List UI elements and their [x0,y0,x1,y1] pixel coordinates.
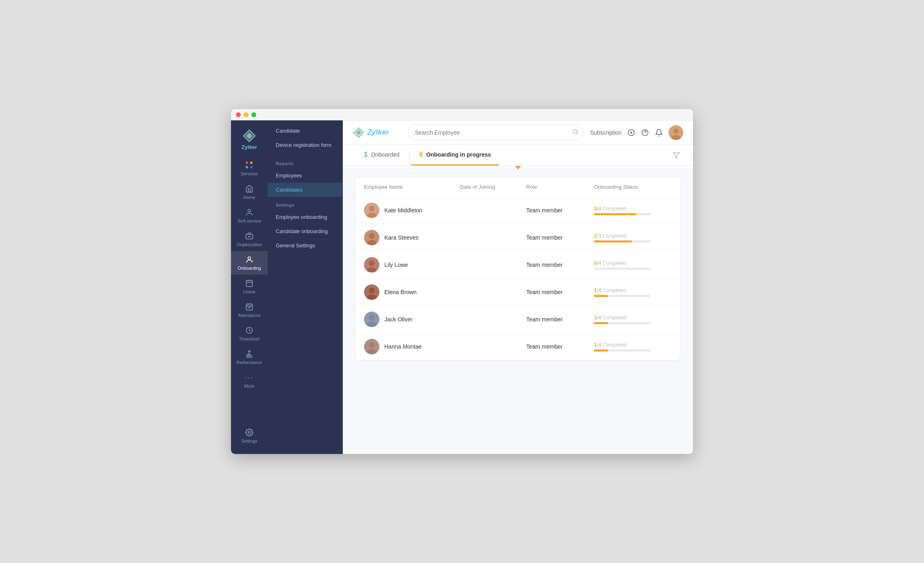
titlebar [231,109,693,120]
sidebar-item-settings[interactable]: Settings [231,424,268,447]
sidebar-item-leave[interactable]: Leave [231,275,268,298]
sidebar-item-attendance[interactable]: Attendance [231,298,268,322]
sidebar-item-performance[interactable]: Performance [231,345,268,369]
notification-btn[interactable] [655,129,663,137]
svg-point-19 [248,432,251,434]
sub-sidebar-item-employees[interactable]: Employees [268,168,342,183]
sidebar-item-label: Settings [241,439,257,443]
minimize-btn[interactable] [244,112,248,117]
search-icon [572,129,579,137]
header-actions: Subscription [590,125,683,140]
maximize-btn[interactable] [251,112,256,117]
employee-cell-5: Hanna Montae [356,333,452,360]
tabs-bar: 1 Onboarded 6 Onboarding in progress [343,145,693,166]
tab-onboarded[interactable]: 1 Onboarded [356,145,408,166]
table-row[interactable]: Lily Lowe Team member 0/4 Completed [356,251,680,279]
date-joining-4 [452,306,518,333]
employee-name-3: Elena Brown [384,289,416,295]
sub-sidebar-item-device-reg[interactable]: Device registration form [268,138,342,152]
tab-indicator [343,166,693,169]
table-row[interactable]: Kate Middleton Team member 3/4 Completed [356,197,680,224]
onboarding-status-1: 2/3 Completed [586,224,680,251]
main-content: Zylker Subscription [343,120,693,454]
employee-cell-4: Jack Oliver [356,306,452,333]
date-joining-5 [452,333,518,360]
svg-marker-33 [673,153,680,158]
date-joining-0 [452,197,518,224]
sidebar-item-home[interactable]: Home [231,180,268,204]
table-row[interactable]: Jack Oliver Team member 1/4 Completed [356,306,680,333]
sidebar-item-services[interactable]: Services [231,157,268,180]
employee-avatar-5 [364,339,379,354]
leave-icon [245,279,254,288]
employee-avatar-4 [364,312,379,327]
sidebar-item-label: Onboarding [238,266,261,271]
sidebar-item-label: Timesheet [239,336,260,341]
svg-point-31 [673,129,678,133]
tab-onboarded-label: Onboarded [371,151,399,158]
sub-sidebar-item-candidates[interactable]: Candidates [268,183,342,197]
sidebar-item-organization[interactable]: Organization [231,227,268,251]
add-btn[interactable] [627,129,635,137]
svg-point-7 [248,257,251,260]
sidebar-item-label: Performance [237,360,262,365]
sub-sidebar-item-cand-onboarding[interactable]: Candidate onboarding [268,224,342,238]
icon-sidebar: Zylker Services [231,120,268,454]
sidebar-item-label: Leave [243,289,255,294]
logo-area: Zylker [242,124,257,157]
employee-avatar-0 [364,203,379,218]
sidebar-item-timesheet[interactable]: Timesheet [231,322,268,345]
col-date-joining: Date of Joining [452,177,518,197]
tab-progress-count: 6 [419,151,423,158]
svg-point-41 [369,260,375,266]
sidebar-item-label: Home [243,195,255,200]
sub-sidebar-item-emp-onboarding[interactable]: Employee onboarding [268,210,342,224]
search-input[interactable] [408,125,584,140]
role-4: Team member [518,306,586,333]
sidebar-item-label: Organization [237,242,262,247]
table-row[interactable]: Hanna Montae Team member 1/4 Completed [356,333,680,360]
date-joining-3 [452,279,518,306]
employee-cell-3: Elena Brown [356,279,452,306]
filter-btn[interactable] [673,152,680,159]
svg-rect-12 [246,304,253,310]
tab-onboarded-count: 1 [364,151,368,158]
subscription-btn[interactable]: Subscription [590,129,621,136]
svg-point-47 [369,315,375,321]
svg-point-3 [248,209,251,212]
header-logo-icon [353,127,365,139]
sidebar-bottom: Settings [231,424,268,454]
help-btn[interactable] [641,129,649,137]
sub-sidebar: Candidate Device registration form Repor… [268,120,343,454]
sidebar-item-onboarding[interactable]: Onboarding [231,251,268,275]
sidebar-item-self-service[interactable]: Self-service [231,204,268,227]
employee-cell-1: Kara Steeves [356,224,452,251]
header-logo-text: Zylker [367,128,389,137]
tab-onboarding-progress[interactable]: 6 Onboarding in progress [411,145,499,166]
sub-sidebar-section-top: Candidate Device registration form [268,120,342,155]
svg-point-44 [369,288,375,293]
sub-sidebar-item-general-settings[interactable]: General Settings [268,238,342,253]
home-icon [245,184,254,193]
sub-sidebar-item-candidate[interactable]: Candidate [268,124,342,138]
onboarding-status-5: 1/4 Completed [586,333,680,360]
table-row[interactable]: Elena Brown Team member 1/4 Completed [356,279,680,306]
header-logo: Zylker [353,127,401,139]
svg-point-23 [573,129,578,134]
sidebar-item-more[interactable]: ··· More [231,369,268,393]
svg-line-24 [577,133,578,134]
user-avatar[interactable] [669,125,683,140]
sidebar-item-label: Self-service [238,218,261,223]
role-1: Team member [518,224,586,251]
person-icon [245,208,254,217]
organization-icon [245,231,254,240]
search-bar [408,125,584,140]
employee-name-5: Hanna Montae [384,343,422,350]
employee-name-4: Jack Oliver [384,316,412,323]
table-row[interactable]: Kara Steeves Team member 2/3 Completed [356,224,680,251]
table-header-row: Employee Name Date of Joining Role Onboa… [356,177,680,197]
tab-progress-label: Onboarding in progress [426,151,491,158]
employee-avatar-2 [364,257,379,273]
role-2: Team member [518,251,586,279]
close-btn[interactable] [236,112,241,117]
